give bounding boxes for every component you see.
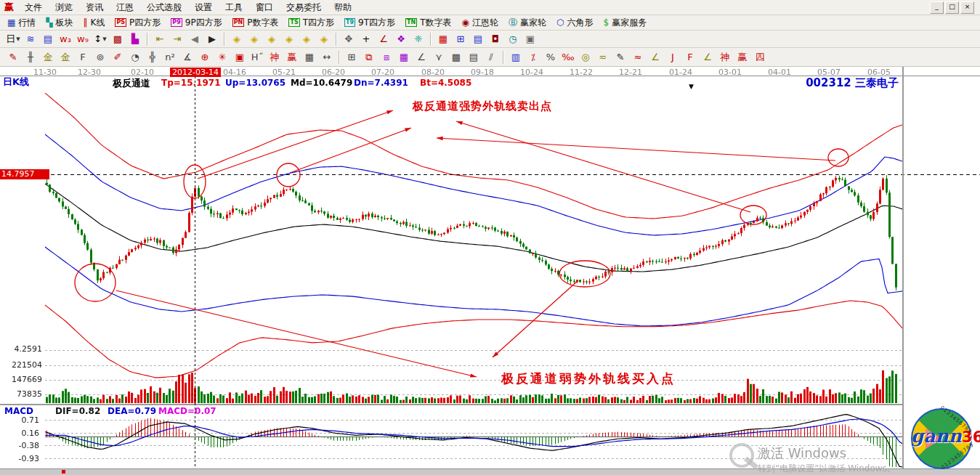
compress-all-icon[interactable]: ◈ bbox=[316, 32, 332, 46]
compress-horizontal-icon[interactable]: ◈ bbox=[281, 32, 297, 46]
hand-pan-icon[interactable]: ✥ bbox=[341, 32, 357, 46]
v-lines-icon[interactable]: ⋎ bbox=[431, 50, 447, 65]
percent-icon[interactable]: % bbox=[543, 50, 559, 65]
menu-window[interactable]: 窗口 bbox=[249, 1, 280, 15]
shen-line-icon[interactable]: 神 bbox=[717, 50, 733, 65]
leaf-tool-icon[interactable]: ❈ bbox=[410, 32, 426, 46]
wave-9-icon[interactable]: w₉ bbox=[75, 32, 91, 46]
gold-angle-icon[interactable]: ∠ bbox=[647, 50, 663, 65]
gold-ruler-2-icon[interactable]: 金 bbox=[57, 50, 73, 65]
period-label[interactable]: 日K线 bbox=[3, 76, 29, 89]
j-angle-icon[interactable]: J bbox=[665, 50, 681, 65]
printer-icon[interactable]: ▣ bbox=[522, 32, 538, 46]
zigzag-view-icon[interactable]: ≋ bbox=[23, 32, 39, 46]
spiral-icon[interactable]: ⊚ bbox=[92, 50, 108, 65]
notes-icon[interactable]: ▤ bbox=[470, 32, 486, 46]
flower-tool-icon[interactable]: ❖ bbox=[393, 32, 409, 46]
box-grid-icon[interactable]: ▦ bbox=[396, 50, 412, 65]
wave-3-icon[interactable]: w₃ bbox=[57, 32, 73, 46]
info-panel-icon[interactable]: ▤ bbox=[40, 32, 56, 46]
menu-gann[interactable]: 江恩 bbox=[110, 1, 140, 15]
period-selector-icon[interactable]: 日▼ bbox=[5, 32, 21, 46]
box-compass-icon[interactable]: ▣ bbox=[232, 50, 248, 65]
calculator-icon[interactable]: ⊞ bbox=[453, 32, 469, 46]
candle-style-icon[interactable]: ↕▼ bbox=[92, 32, 108, 46]
ying-line-icon[interactable]: 赢 bbox=[734, 50, 750, 65]
menu-trade[interactable]: 交易委托 bbox=[280, 1, 328, 15]
red-compass-icon[interactable]: ⊕ bbox=[197, 50, 213, 65]
save-icon[interactable]: ◘ bbox=[487, 32, 503, 46]
gold-circle-icon[interactable]: ◎ bbox=[578, 50, 594, 65]
gold-ruler-1-icon[interactable]: 金 bbox=[40, 50, 56, 65]
expand-horizontal-icon[interactable]: ◈ bbox=[264, 32, 280, 46]
step-forward-icon[interactable]: ▶ bbox=[204, 32, 220, 46]
menu-browse[interactable]: 浏览 bbox=[49, 1, 79, 15]
toolbar-button-p-square[interactable]: PSP四方形 bbox=[110, 17, 166, 29]
shift-left-icon[interactable]: ◈ bbox=[229, 32, 245, 46]
menu-help[interactable]: 帮助 bbox=[328, 1, 358, 15]
menu-file[interactable]: 文件 bbox=[18, 1, 49, 15]
chart-settings-icon[interactable]: ▥ bbox=[508, 50, 524, 65]
angle-a-icon[interactable]: ∡ bbox=[179, 50, 195, 65]
percent-line-icon[interactable]: ‰ bbox=[560, 50, 576, 65]
color-histogram-icon[interactable]: ▙ bbox=[127, 32, 143, 46]
macd-panel-title[interactable]: MACD bbox=[4, 406, 33, 416]
ink-pen-icon[interactable]: ✎ bbox=[612, 50, 628, 65]
step-back-icon[interactable]: ◀ bbox=[187, 32, 203, 46]
minimize-button[interactable]: _ bbox=[930, 1, 944, 14]
toolbar-button-winner-service[interactable]: $赢家服务 bbox=[599, 17, 652, 29]
restore-button[interactable]: □ bbox=[945, 1, 959, 14]
world-clock-icon[interactable]: ◷ bbox=[505, 32, 521, 46]
toolbar-button-t-number-table[interactable]: TNT数字表 bbox=[401, 17, 458, 29]
angle-lines-icon[interactable]: ∠ bbox=[413, 50, 429, 65]
last-page-icon[interactable]: ⇥ bbox=[169, 32, 185, 46]
si-line-icon[interactable]: 四 bbox=[752, 50, 768, 65]
toolbar-button-gann-wheel[interactable]: ◉江恩轮 bbox=[458, 17, 504, 29]
toolbar-button-p-number-table[interactable]: PNP数字表 bbox=[228, 17, 285, 29]
calendar-icon[interactable]: ▦ bbox=[435, 32, 451, 46]
menu-formula-pick[interactable]: 公式选股 bbox=[140, 1, 188, 15]
panel-divider[interactable] bbox=[902, 67, 904, 468]
star-compass-icon[interactable]: ✳ bbox=[214, 50, 230, 65]
menu-tools[interactable]: 工具 bbox=[219, 1, 249, 15]
toolbar-button-9p-square[interactable]: P99P四方形 bbox=[166, 17, 227, 29]
grid-123-icon[interactable]: ▦ bbox=[301, 50, 317, 65]
box-plus-icon[interactable]: ⊞ bbox=[344, 50, 360, 65]
span-arrows-icon[interactable]: ↔ bbox=[319, 50, 335, 65]
brush-icon[interactable]: ✎ bbox=[5, 50, 21, 65]
first-page-icon[interactable]: ⇤ bbox=[152, 32, 168, 46]
menu-news[interactable]: 资讯 bbox=[79, 1, 110, 15]
box-fan-icon[interactable]: ⧈ bbox=[378, 50, 394, 65]
grid-dense-icon[interactable]: ▩ bbox=[448, 50, 464, 65]
toolbar-button-t-square[interactable]: TST四方形 bbox=[284, 17, 340, 29]
red-pattern-icon[interactable]: ▩ bbox=[110, 32, 126, 46]
shift-right-icon[interactable]: ◈ bbox=[246, 32, 262, 46]
gann-fan-icon[interactable]: ⧉ bbox=[361, 50, 377, 65]
h-quote-icon[interactable]: H˝ bbox=[249, 50, 265, 65]
toolbar-button-sectors[interactable]: ▚板块 bbox=[41, 17, 78, 29]
toolbar-button-9t-square[interactable]: T99T四方形 bbox=[340, 17, 401, 29]
crosshair-icon[interactable]: + bbox=[358, 32, 374, 46]
angle-measure-icon[interactable]: ∠ bbox=[376, 32, 392, 46]
gold-angle-2-icon[interactable]: ∠ bbox=[700, 50, 716, 65]
percent-7-icon[interactable]: ⁒ bbox=[525, 50, 541, 65]
f-angle-icon[interactable]: F bbox=[682, 50, 698, 65]
toolbar-button-hexagon[interactable]: ⬡六角形 bbox=[552, 17, 599, 29]
gold-line-icon[interactable]: ≂ bbox=[595, 50, 611, 65]
shen-ruler-icon[interactable]: 神 bbox=[267, 50, 283, 65]
close-button[interactable]: × bbox=[960, 1, 974, 14]
expand-all-icon[interactable]: ◈ bbox=[299, 32, 315, 46]
parallel-lines-icon[interactable]: ⫽ bbox=[483, 50, 499, 65]
f-ruler-icon[interactable]: F bbox=[75, 50, 91, 65]
n-squared-icon[interactable]: n² bbox=[162, 50, 178, 65]
ying-ruler-icon[interactable]: 赢 bbox=[284, 50, 300, 65]
time-ruler-icon[interactable]: ◔ bbox=[127, 50, 143, 65]
toolbar-button-quotes[interactable]: ▦行情 bbox=[3, 17, 41, 29]
toolbar-button-winner-wheel[interactable]: Ⓑ赢家轮 bbox=[504, 17, 552, 29]
toolbar-button-kline[interactable]: ‖K线 bbox=[79, 17, 111, 29]
scale-ruler-icon[interactable]: ╫ bbox=[23, 50, 39, 65]
grid-light-icon[interactable]: ▤ bbox=[466, 50, 482, 65]
wave-line-icon[interactable]: ≈ bbox=[630, 50, 646, 65]
red-pen-icon[interactable]: ✐ bbox=[110, 50, 126, 65]
menu-settings[interactable]: 设置 bbox=[188, 1, 219, 15]
